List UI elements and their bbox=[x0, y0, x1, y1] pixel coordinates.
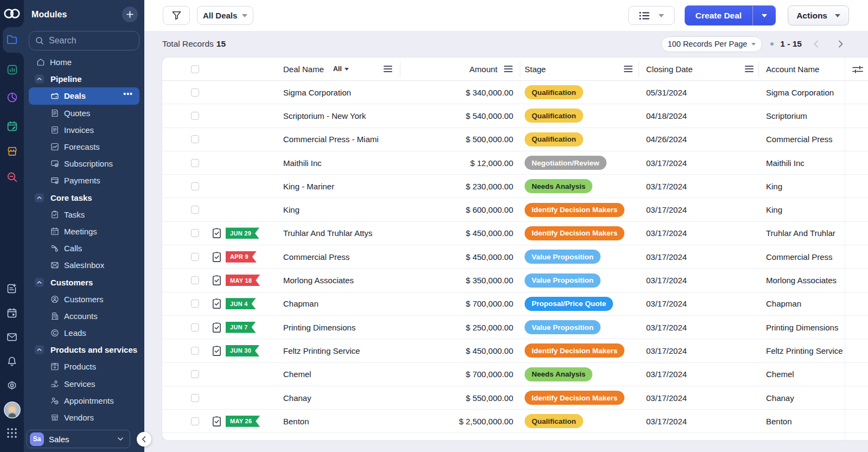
rail-item-calendar-icon[interactable] bbox=[3, 304, 21, 322]
more-options-icon[interactable]: ••• bbox=[123, 90, 133, 98]
row-checkbox[interactable] bbox=[191, 410, 199, 432]
column-header-amount[interactable]: Amount bbox=[309, 65, 497, 74]
rail-item-zoho-logo-icon[interactable] bbox=[0, 2, 24, 26]
task-indicator-icon[interactable] bbox=[211, 269, 222, 291]
account-name-cell[interactable]: Benton bbox=[766, 410, 845, 432]
rail-item-apps-grid-icon[interactable] bbox=[3, 424, 21, 442]
account-name-cell[interactable]: King bbox=[766, 198, 845, 221]
table-row[interactable]: MAY 26 Benton $ 2,500,000.00 Qualificati… bbox=[162, 410, 868, 433]
task-indicator-icon[interactable] bbox=[211, 292, 222, 315]
account-name-cell[interactable]: Truhlar And Truhlar bbox=[766, 222, 845, 245]
sidebar-section-pipeline[interactable]: Pipeline bbox=[29, 71, 139, 87]
table-row[interactable]: APR 9 Commercial Press $ 450,000.00 Valu… bbox=[162, 245, 868, 269]
table-row[interactable]: King - Mariner $ 230,000.00 Needs Analys… bbox=[162, 175, 868, 198]
account-name-cell[interactable]: Chanay bbox=[766, 386, 845, 409]
rail-item-bell-icon[interactable] bbox=[3, 352, 21, 371]
select-all-checkbox[interactable] bbox=[191, 65, 199, 73]
row-checkbox[interactable] bbox=[191, 363, 199, 386]
sidebar-item-customers[interactable]: Customers bbox=[29, 291, 139, 308]
account-name-cell[interactable]: Maithili Inc bbox=[766, 151, 845, 174]
rail-item-mail-icon[interactable] bbox=[3, 328, 21, 346]
sidebar-item-home[interactable]: Home bbox=[29, 54, 139, 71]
table-row[interactable]: JUN 29 Truhlar And Truhlar Attys $ 450,0… bbox=[162, 222, 868, 245]
column-settings-button[interactable] bbox=[852, 65, 864, 74]
row-checkbox[interactable] bbox=[191, 104, 199, 127]
sidebar-item-forecasts[interactable]: Forecasts bbox=[29, 138, 139, 155]
rail-item-feed-compose-icon[interactable] bbox=[3, 279, 21, 298]
view-selector-dropdown[interactable]: All Deals bbox=[197, 6, 253, 25]
pagination-next-button[interactable] bbox=[832, 36, 848, 52]
sidebar-item-quotes[interactable]: Quotes bbox=[29, 105, 139, 122]
table-row[interactable]: Commercial Press - Miami $ 500,000.00 Qu… bbox=[162, 128, 868, 151]
table-row[interactable]: JUN 4 Chapman $ 700,000.00 Proposal/Pric… bbox=[162, 292, 868, 316]
column-menu-stage[interactable] bbox=[624, 66, 633, 72]
deal-name-cell[interactable]: Chemel bbox=[283, 363, 311, 386]
sidebar-item-tasks[interactable]: Tasks bbox=[29, 206, 139, 223]
sidebar-section-products-and-services[interactable]: Products and services bbox=[29, 341, 139, 358]
account-name-cell[interactable]: Commercial Press bbox=[766, 128, 845, 151]
table-row[interactable]: JUN 7 Printing Dimensions $ 250,000.00 V… bbox=[162, 316, 868, 339]
list-view-type-dropdown[interactable] bbox=[628, 6, 675, 25]
rail-item-search-slash-icon[interactable] bbox=[0, 165, 24, 189]
sidebar-section-customers[interactable]: Customers bbox=[29, 273, 139, 290]
table-row[interactable]: Maithili Inc $ 12,000.00 Negotiation/Rev… bbox=[162, 151, 868, 175]
filter-button[interactable] bbox=[163, 6, 190, 25]
table-row[interactable]: MAY 18 Morlong Associates $ 350,000.00 V… bbox=[162, 269, 868, 292]
row-checkbox[interactable] bbox=[191, 269, 199, 291]
account-name-cell[interactable]: Sigma Corporation bbox=[766, 81, 845, 104]
column-menu-closing-date[interactable] bbox=[745, 66, 754, 72]
sidebar-section-core-tasks[interactable]: Core tasks bbox=[29, 189, 139, 206]
table-row[interactable]: Scriptorium - New York $ 540,000.00 Qual… bbox=[162, 104, 868, 128]
row-checkbox[interactable] bbox=[191, 316, 199, 339]
account-name-cell[interactable]: Morlong Associates bbox=[766, 269, 845, 291]
rail-item-gear-icon[interactable] bbox=[3, 376, 21, 394]
account-name-cell[interactable]: Chemel bbox=[766, 363, 845, 386]
sidebar-item-products[interactable]: Products bbox=[29, 358, 139, 375]
add-module-button[interactable] bbox=[122, 7, 138, 22]
rail-item-pie-chart-icon[interactable] bbox=[0, 85, 24, 109]
row-checkbox[interactable] bbox=[191, 128, 199, 151]
account-name-cell[interactable]: Feltz Printing Service bbox=[766, 339, 845, 362]
actions-button[interactable]: Actions bbox=[788, 5, 849, 26]
sidebar-item-calls[interactable]: Calls bbox=[29, 240, 139, 257]
deal-name-cell[interactable]: Chanay bbox=[283, 386, 311, 409]
row-checkbox[interactable] bbox=[191, 245, 199, 268]
sidebar-item-leads[interactable]: Leads bbox=[29, 324, 139, 341]
pagination-prev-button[interactable] bbox=[808, 36, 825, 52]
sidebar-item-subscriptions[interactable]: Subscriptions bbox=[29, 155, 139, 172]
column-header-account-name[interactable]: Account Name bbox=[766, 65, 819, 74]
team-switcher[interactable]: Sa Sales bbox=[27, 430, 130, 448]
sidebar-item-meetings[interactable]: Meetings bbox=[29, 223, 139, 240]
account-name-cell[interactable]: King bbox=[766, 175, 845, 198]
row-checkbox[interactable] bbox=[191, 292, 199, 315]
table-row[interactable]: JUN 30 Feltz Printing Service $ 450,000.… bbox=[162, 339, 868, 362]
deal-name-cell[interactable]: Benton bbox=[283, 410, 309, 432]
sidebar-item-services[interactable]: Services bbox=[29, 375, 139, 392]
sidebar-item-vendors[interactable]: Vendors bbox=[29, 409, 139, 426]
row-checkbox[interactable] bbox=[191, 81, 199, 104]
sidebar-item-deals[interactable]: Deals••• bbox=[29, 87, 139, 104]
rail-item-storefront-icon[interactable] bbox=[0, 139, 24, 163]
column-header-stage[interactable]: Stage bbox=[525, 65, 546, 74]
account-name-cell[interactable]: Chapman bbox=[766, 292, 845, 315]
create-deal-dropdown[interactable] bbox=[753, 5, 776, 26]
column-header-closing-date[interactable]: Closing Date bbox=[646, 65, 693, 74]
table-row[interactable]: King $ 600,000.00 Identify Decision Make… bbox=[162, 198, 868, 221]
create-deal-button[interactable]: Create Deal bbox=[685, 5, 752, 26]
row-checkbox[interactable] bbox=[191, 151, 199, 174]
account-name-cell[interactable]: Scriptorium bbox=[766, 104, 845, 127]
records-per-page-dropdown[interactable]: 100 Records Per Page bbox=[661, 36, 763, 52]
task-indicator-icon[interactable] bbox=[211, 222, 222, 245]
column-menu-amount[interactable] bbox=[504, 66, 513, 72]
table-row[interactable]: Chanay $ 550,000.00 Identify Decision Ma… bbox=[162, 386, 868, 410]
rail-item-avatar-icon[interactable] bbox=[3, 400, 21, 419]
row-checkbox[interactable] bbox=[191, 198, 199, 221]
sidebar-item-invoices[interactable]: Invoices bbox=[29, 122, 139, 138]
deal-name-cell[interactable]: King bbox=[283, 198, 299, 221]
table-row[interactable]: Chemel $ 700,000.00 Needs Analysis 03/17… bbox=[162, 363, 868, 386]
sidebar-collapse-button[interactable] bbox=[137, 432, 151, 447]
row-checkbox[interactable] bbox=[191, 222, 199, 245]
task-indicator-icon[interactable] bbox=[211, 339, 222, 362]
sidebar-search-input[interactable]: Search bbox=[29, 31, 139, 50]
sidebar-item-salesinbox[interactable]: SalesInbox bbox=[29, 257, 139, 273]
